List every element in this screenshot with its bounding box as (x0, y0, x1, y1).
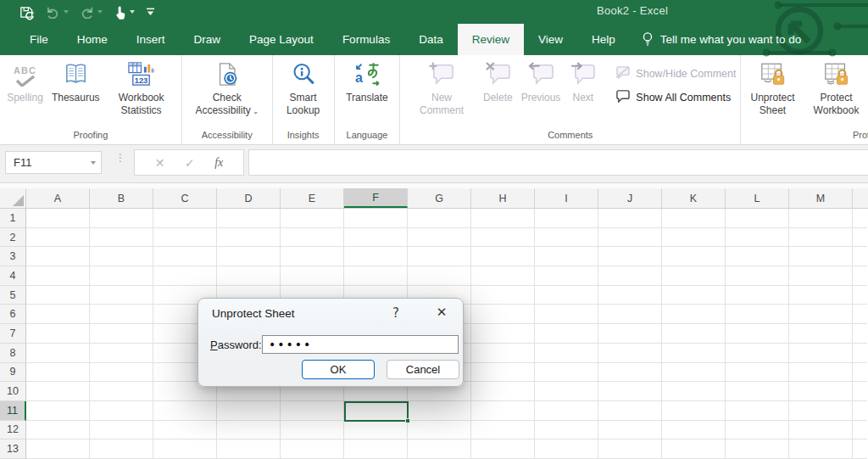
row-header-2[interactable]: 2 (0, 228, 26, 248)
cell-E2[interactable] (281, 228, 344, 248)
cell-H13[interactable] (471, 439, 535, 459)
cell-C2[interactable] (153, 228, 217, 248)
cell-K10[interactable] (662, 382, 726, 401)
cell-B11[interactable] (90, 401, 153, 421)
cell-I12[interactable] (535, 421, 598, 440)
cell-I2[interactable] (535, 228, 598, 248)
cell-H12[interactable] (471, 421, 535, 440)
cell-F3[interactable] (344, 247, 408, 266)
formula-bar-grip-icon[interactable]: ⋮ (115, 155, 125, 160)
cell-E11[interactable] (281, 401, 344, 421)
cell-M5[interactable] (789, 286, 853, 305)
cell-A3[interactable] (26, 247, 90, 266)
row-header-7[interactable]: 7 (0, 324, 26, 344)
customize-qat-button[interactable] (146, 8, 155, 16)
tab-review[interactable]: Review (458, 24, 524, 55)
cell-M8[interactable] (789, 344, 853, 363)
cell-J6[interactable] (598, 305, 662, 324)
row-header-3[interactable]: 3 (0, 247, 26, 266)
cell-A8[interactable] (26, 344, 90, 363)
cell-A13[interactable] (26, 439, 90, 459)
cell-J13[interactable] (598, 439, 662, 459)
cell-M2[interactable] (789, 228, 853, 248)
protect-workbook-button[interactable]: Protect Workbook (804, 58, 868, 116)
tab-home[interactable]: Home (63, 24, 122, 55)
column-header-A[interactable]: A (26, 188, 90, 208)
undo-button[interactable] (46, 6, 69, 19)
cell-A6[interactable] (26, 305, 90, 324)
tab-data[interactable]: Data (404, 24, 458, 55)
name-box[interactable]: F11 (5, 151, 102, 174)
dialog-help-button[interactable]: ? (387, 305, 405, 321)
cell-J8[interactable] (598, 344, 662, 363)
column-header-I[interactable]: I (535, 188, 598, 208)
cell-I11[interactable] (535, 401, 598, 421)
cell-E4[interactable] (281, 266, 344, 286)
cell-I4[interactable] (535, 266, 598, 286)
cell-L4[interactable] (726, 266, 789, 286)
cell-C12[interactable] (153, 421, 217, 440)
cell-F13[interactable] (344, 439, 408, 459)
tell-me-box[interactable]: Tell me what you want to do (642, 24, 802, 55)
cell-H8[interactable] (471, 344, 535, 363)
cell-C3[interactable] (153, 247, 217, 266)
cell-L9[interactable] (726, 363, 789, 383)
cell-L3[interactable] (726, 247, 789, 266)
cell-H7[interactable] (471, 324, 535, 344)
column-header-E[interactable]: E (281, 188, 344, 208)
dialog-close-button[interactable]: ✕ (431, 305, 453, 320)
cell-K12[interactable] (662, 421, 726, 440)
cell-J4[interactable] (598, 266, 662, 286)
cell-M1[interactable] (789, 209, 853, 228)
touch-mode-button[interactable] (114, 5, 135, 20)
cell-H11[interactable] (471, 401, 535, 421)
cell-G1[interactable] (408, 209, 471, 228)
cell-F1[interactable] (344, 209, 408, 228)
cell-B2[interactable] (90, 228, 153, 248)
column-header-F[interactable]: F (344, 188, 408, 208)
row-header-12[interactable]: 12 (0, 421, 26, 440)
workbook-statistics-button[interactable]: 123Workbook Statistics (104, 58, 179, 116)
cell-M6[interactable] (789, 305, 853, 324)
next-button[interactable]: Next (565, 58, 601, 104)
cell-E12[interactable] (281, 421, 344, 440)
cell-H9[interactable] (471, 363, 535, 383)
cell-I8[interactable] (535, 344, 598, 363)
cell-L8[interactable] (726, 344, 789, 363)
cell-B1[interactable] (90, 209, 153, 228)
thesaurus-button[interactable]: Thesaurus (47, 58, 104, 104)
redo-button[interactable] (80, 6, 103, 19)
cell-K4[interactable] (662, 266, 726, 286)
cell-C11[interactable] (153, 401, 217, 421)
row-header-11[interactable]: 11 (0, 401, 26, 421)
row-header-9[interactable]: 9 (0, 363, 26, 383)
cell-B4[interactable] (90, 266, 153, 286)
check-accessibility-button[interactable]: Check Accessibility ⌄ (190, 58, 264, 118)
cell-C13[interactable] (153, 439, 217, 459)
cell-G3[interactable] (408, 247, 471, 266)
cell-B6[interactable] (90, 305, 153, 324)
cell-D3[interactable] (217, 247, 281, 266)
cell-K5[interactable] (662, 286, 726, 305)
cell-K6[interactable] (662, 305, 726, 324)
cell-A10[interactable] (26, 382, 90, 401)
show-hide-comment-button[interactable]: Show/Hide Comment (615, 65, 736, 81)
cell-H2[interactable] (471, 228, 535, 248)
cell-K8[interactable] (662, 344, 726, 363)
cell-I9[interactable] (535, 363, 598, 383)
cell-D12[interactable] (217, 421, 281, 440)
cell-K2[interactable] (662, 228, 726, 248)
cell-F2[interactable] (344, 228, 408, 248)
cell-J7[interactable] (598, 324, 662, 344)
cell-J5[interactable] (598, 286, 662, 305)
cell-H3[interactable] (471, 247, 535, 266)
column-header-L[interactable]: L (726, 188, 789, 208)
new-comment-button[interactable]: New Comment (404, 58, 479, 116)
cell-L6[interactable] (726, 305, 789, 324)
cell-M3[interactable] (789, 247, 853, 266)
row-header-10[interactable]: 10 (0, 382, 26, 401)
cell-K13[interactable] (662, 439, 726, 459)
cell-C4[interactable] (153, 266, 217, 286)
cancel-entry-icon[interactable]: ✕ (155, 156, 165, 170)
cell-B9[interactable] (90, 363, 153, 383)
